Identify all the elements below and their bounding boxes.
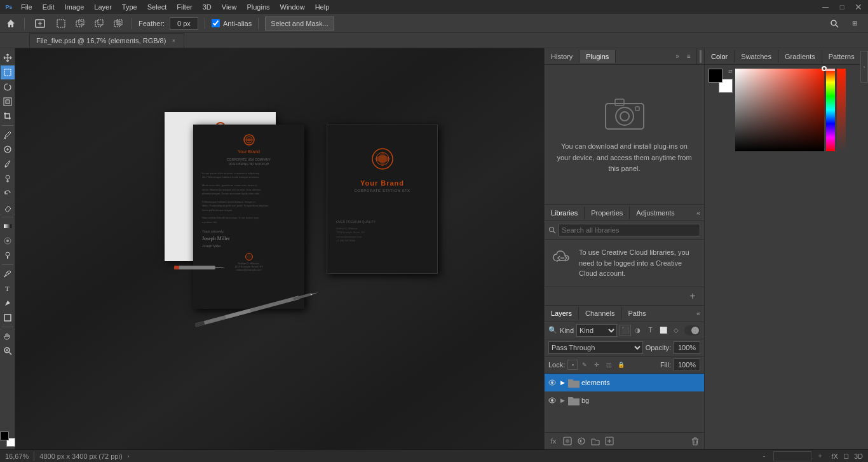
text-tool[interactable]: T (1, 282, 15, 296)
lock-all-icon[interactable]: 🔒 (616, 360, 626, 370)
subtract-selection-btn[interactable] (92, 17, 106, 31)
libraries-add-btn[interactable]: + (686, 290, 699, 302)
healing-tool[interactable] (1, 142, 15, 156)
tab-close-btn[interactable]: × (170, 37, 177, 44)
crop-tool[interactable] (1, 109, 15, 123)
alpha-slider[interactable] (837, 69, 846, 151)
pen-tool[interactable] (1, 267, 15, 281)
brush-tool[interactable] (1, 157, 15, 171)
selection-mode-btn[interactable] (31, 17, 49, 31)
menu-layer[interactable]: Layer (90, 2, 116, 12)
menu-edit[interactable]: Edit (38, 2, 59, 12)
color-saturation-box[interactable] (735, 69, 824, 151)
antialias-checkbox-label[interactable]: Anti-alias (212, 19, 252, 27)
layer-expand-elements[interactable]: ▶ (559, 379, 566, 386)
search-btn[interactable] (827, 17, 841, 31)
layer-adjustment-btn[interactable] (575, 435, 588, 447)
tab-layers[interactable]: Layers (545, 307, 579, 320)
layer-new-btn[interactable] (603, 435, 616, 447)
tab-plugins[interactable]: Plugins (580, 50, 616, 63)
tab-color[interactable]: Color (705, 50, 735, 63)
menu-plugins[interactable]: Plugins (242, 2, 274, 12)
layer-vis-bg[interactable] (547, 395, 557, 405)
filter-shape-icon[interactable]: ⬜ (658, 325, 669, 336)
lock-transparent-icon[interactable]: ▪ (567, 360, 578, 370)
filter-smart-icon[interactable]: ◇ (670, 325, 682, 336)
layer-expand-bg[interactable]: ▶ (559, 397, 566, 404)
panel-menu-btn[interactable]: ≡ (684, 51, 694, 62)
path-selection-tool[interactable] (1, 296, 15, 310)
menu-type[interactable]: Type (118, 2, 142, 12)
blur-tool[interactable] (1, 234, 15, 248)
shape-tool[interactable] (1, 311, 15, 325)
menu-3d[interactable]: 3D (198, 2, 216, 12)
layer-delete-btn[interactable] (689, 435, 702, 447)
filter-text-icon[interactable]: T (645, 325, 656, 336)
lock-artboard-icon[interactable]: ◫ (604, 360, 614, 370)
status-info-btn[interactable]: › (128, 453, 130, 459)
layer-item-elements[interactable]: ▶ elements (545, 374, 704, 391)
object-select-tool[interactable] (1, 95, 15, 109)
menu-help[interactable]: Help (311, 2, 334, 12)
tab-swatches[interactable]: Swatches (735, 50, 778, 63)
tab-history[interactable]: History (545, 50, 580, 63)
fill-input[interactable] (674, 358, 700, 371)
hue-slider[interactable] (826, 69, 835, 151)
fg-color-box[interactable] (709, 69, 722, 83)
libraries-expand-btn[interactable]: « (696, 209, 704, 217)
panel-collapse-btn[interactable]: » (672, 51, 682, 62)
clone-stamp-tool[interactable] (1, 172, 15, 186)
bottom-mask-btn[interactable]: ◻ (843, 452, 849, 460)
bottom-fx-btn[interactable]: fX (832, 452, 838, 460)
menu-window[interactable]: Window (276, 2, 309, 12)
tab-gradients[interactable]: Gradients (778, 50, 822, 63)
filter-kind-select[interactable]: Kind (576, 324, 617, 337)
menu-select[interactable]: Select (143, 2, 172, 12)
libraries-search-input[interactable] (559, 224, 700, 236)
tab-paths[interactable]: Paths (622, 307, 653, 320)
filter-toggle[interactable] (684, 325, 700, 336)
antialias-checkbox[interactable] (212, 19, 220, 27)
tab-adjustments[interactable]: Adjustments (630, 207, 681, 219)
tab-libraries[interactable]: Libraries (545, 207, 585, 219)
close-btn[interactable]: ✕ (851, 0, 865, 14)
opacity-input[interactable] (674, 341, 700, 354)
home-btn[interactable] (4, 17, 18, 31)
layers-expand-btn[interactable]: « (696, 309, 704, 317)
feather-input[interactable] (170, 17, 198, 30)
foreground-color-swatch[interactable] (0, 431, 9, 440)
filter-adjust-icon[interactable]: ◑ (632, 325, 644, 336)
menu-image[interactable]: Image (60, 2, 89, 12)
intersect-selection-btn[interactable] (111, 17, 125, 31)
tab-patterns[interactable]: Patterns (822, 50, 861, 63)
maximize-btn[interactable]: □ (835, 0, 849, 14)
eyedropper-tool[interactable] (1, 128, 15, 142)
menu-file[interactable]: File (17, 2, 37, 12)
document-tab[interactable]: File_five.psd @ 16,7% (elements, RGB/8) … (29, 33, 184, 48)
dodge-tool[interactable] (1, 248, 15, 262)
layer-mask-btn[interactable] (561, 435, 574, 447)
bottom-3d-btn[interactable]: 3D (854, 452, 863, 460)
add-selection-btn[interactable] (73, 17, 87, 31)
lasso-tool[interactable] (1, 80, 15, 94)
minimize-btn[interactable]: ─ (818, 0, 832, 14)
workspace-btn[interactable]: ⊞ (845, 17, 864, 31)
blend-mode-select[interactable]: Pass Through Normal Multiply (548, 341, 643, 354)
marquee-tool[interactable] (1, 65, 15, 79)
eraser-tool[interactable] (1, 201, 15, 215)
move-tool[interactable] (1, 51, 15, 65)
swap-colors-btn[interactable]: ⇄ (728, 69, 733, 74)
zoom-out-btn[interactable]: - (758, 451, 771, 461)
select-mask-btn[interactable]: Select and Mask... (265, 17, 334, 31)
layer-fx-btn[interactable]: fx (547, 435, 560, 447)
gradient-tool[interactable] (1, 219, 15, 233)
lock-position-icon[interactable]: ✛ (592, 360, 602, 370)
canvas-area[interactable]: Your Brand CORPORATE USA COMPANYDOES BRI… (15, 48, 544, 449)
lock-image-icon[interactable]: ✎ (580, 360, 590, 370)
menu-filter[interactable]: Filter (172, 2, 196, 12)
panel-side-collapse[interactable] (696, 48, 704, 64)
menu-view[interactable]: View (217, 2, 241, 12)
zoom-in-btn[interactable]: + (814, 451, 827, 461)
history-brush-tool[interactable] (1, 186, 15, 200)
tab-properties[interactable]: Properties (585, 207, 630, 219)
